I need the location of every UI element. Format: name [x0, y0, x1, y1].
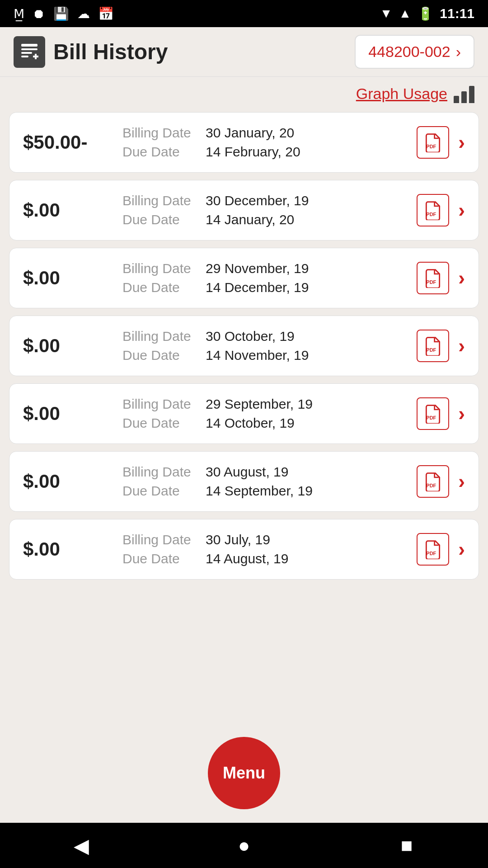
due-value-2: 14 January, 20 [206, 212, 294, 227]
header-left: Bill History [14, 36, 168, 68]
bill-actions-4: PDF › [417, 330, 465, 362]
pdf-button-1[interactable]: PDF [417, 126, 449, 159]
due-date-row-6: Due Date 14 September, 19 [122, 483, 408, 499]
svg-text:PDF: PDF [427, 144, 436, 149]
svg-rect-3 [21, 56, 28, 57]
graph-usage-link[interactable]: Graph Usage [356, 85, 447, 103]
app-header: Bill History 448200-002 › [0, 27, 488, 77]
chevron-right-7: › [458, 538, 465, 561]
svg-rect-2 [21, 52, 32, 54]
chevron-right-5: › [458, 402, 465, 425]
billing-label-3: Billing Date [122, 261, 199, 276]
svg-text:PDF: PDF [427, 483, 436, 488]
due-label-3: Due Date [122, 280, 199, 295]
bar1 [454, 96, 459, 103]
bill-actions-7: PDF › [417, 533, 465, 566]
due-date-row-2: Due Date 14 January, 20 [122, 212, 408, 227]
due-label-5: Due Date [122, 415, 199, 431]
due-label-6: Due Date [122, 483, 199, 499]
menu-button[interactable]: Menu [208, 737, 280, 809]
pdf-button-2[interactable]: PDF [417, 194, 449, 226]
status-icons-left: M̲ ⏺ 💾 ☁ 📅 [14, 6, 114, 21]
bill-row-4[interactable]: $.00 Billing Date 30 October, 19 Due Dat… [9, 316, 479, 376]
bill-actions-2: PDF › [417, 194, 465, 226]
chevron-right-3: › [458, 267, 465, 289]
bill-amount-7: $.00 [23, 538, 113, 560]
bill-history-icon [14, 36, 45, 68]
pdf-button-4[interactable]: PDF [417, 330, 449, 362]
menu-container: Menu [0, 728, 488, 823]
bill-dates-4: Billing Date 30 October, 19 Due Date 14 … [113, 329, 417, 363]
due-label-2: Due Date [122, 212, 199, 227]
chevron-right-1: › [458, 131, 465, 154]
bill-dates-3: Billing Date 29 November, 19 Due Date 14… [113, 261, 417, 295]
status-bar: M̲ ⏺ 💾 ☁ 📅 ▼ ▲ 🔋 11:11 [0, 0, 488, 27]
bar2 [461, 91, 467, 103]
account-number-button[interactable]: 448200-002 › [355, 35, 474, 69]
home-button[interactable]: ● [226, 832, 262, 859]
billing-date-row-5: Billing Date 29 September, 19 [122, 396, 408, 412]
svg-rect-0 [21, 44, 38, 47]
bill-amount-4: $.00 [23, 335, 113, 357]
due-date-row-3: Due Date 14 December, 19 [122, 280, 408, 295]
svg-rect-1 [21, 48, 38, 50]
cloud-icon: ☁ [77, 6, 90, 21]
due-date-row-4: Due Date 14 November, 19 [122, 348, 408, 363]
bill-amount-2: $.00 [23, 199, 113, 221]
billing-date-row-6: Billing Date 30 August, 19 [122, 464, 408, 480]
due-label-1: Due Date [122, 144, 199, 160]
billing-value-6: 30 August, 19 [206, 464, 289, 480]
bill-dates-5: Billing Date 29 September, 19 Due Date 1… [113, 396, 417, 431]
bill-actions-1: PDF › [417, 126, 465, 159]
svg-text:PDF: PDF [427, 551, 436, 556]
bill-row-7[interactable]: $.00 Billing Date 30 July, 19 Due Date 1… [9, 519, 479, 580]
billing-label-5: Billing Date [122, 396, 199, 412]
bill-row-5[interactable]: $.00 Billing Date 29 September, 19 Due D… [9, 383, 479, 444]
billing-date-row-1: Billing Date 30 January, 20 [122, 125, 408, 141]
billing-label-7: Billing Date [122, 532, 199, 547]
bill-actions-3: PDF › [417, 262, 465, 294]
chevron-right-4: › [458, 335, 465, 357]
pdf-button-7[interactable]: PDF [417, 533, 449, 566]
svg-text:PDF: PDF [427, 279, 436, 285]
pdf-button-3[interactable]: PDF [417, 262, 449, 294]
due-date-row-5: Due Date 14 October, 19 [122, 415, 408, 431]
bill-row-6[interactable]: $.00 Billing Date 30 August, 19 Due Date… [9, 451, 479, 512]
svg-text:PDF: PDF [427, 347, 436, 353]
bill-amount-3: $.00 [23, 267, 113, 289]
bill-row-2[interactable]: $.00 Billing Date 30 December, 19 Due Da… [9, 180, 479, 241]
bar-chart-icon [454, 84, 474, 103]
signal-icon: ▲ [399, 6, 412, 21]
due-value-6: 14 September, 19 [206, 483, 313, 499]
wifi-icon: ▼ [380, 6, 393, 21]
back-button[interactable]: ◀ [63, 832, 99, 859]
account-arrow-icon: › [456, 43, 461, 61]
billing-date-row-2: Billing Date 30 December, 19 [122, 193, 408, 208]
due-value-7: 14 August, 19 [206, 551, 289, 566]
billing-label-2: Billing Date [122, 193, 199, 208]
gmail-icon: M̲ [14, 6, 24, 21]
bill-dates-6: Billing Date 30 August, 19 Due Date 14 S… [113, 464, 417, 499]
billing-date-row-3: Billing Date 29 November, 19 [122, 261, 408, 276]
billing-value-1: 30 January, 20 [206, 125, 294, 141]
billing-date-row-7: Billing Date 30 July, 19 [122, 532, 408, 547]
billing-label-4: Billing Date [122, 329, 199, 344]
recent-apps-button[interactable]: ■ [389, 832, 425, 859]
billing-label-1: Billing Date [122, 125, 199, 141]
page-title: Bill History [53, 39, 168, 64]
due-value-5: 14 October, 19 [206, 415, 295, 431]
bills-list: $50.00- Billing Date 30 January, 20 Due … [0, 108, 488, 728]
bill-dates-7: Billing Date 30 July, 19 Due Date 14 Aug… [113, 532, 417, 566]
record-icon: ⏺ [33, 6, 45, 21]
pdf-button-6[interactable]: PDF [417, 465, 449, 498]
status-time: 11:11 [440, 6, 474, 21]
bill-actions-6: PDF › [417, 465, 465, 498]
chevron-right-2: › [458, 199, 465, 222]
billing-label-6: Billing Date [122, 464, 199, 480]
due-date-row-1: Due Date 14 February, 20 [122, 144, 408, 160]
bill-row-1[interactable]: $50.00- Billing Date 30 January, 20 Due … [9, 112, 479, 173]
bill-row-3[interactable]: $.00 Billing Date 29 November, 19 Due Da… [9, 248, 479, 308]
pdf-button-5[interactable]: PDF [417, 397, 449, 430]
bill-dates-2: Billing Date 30 December, 19 Due Date 14… [113, 193, 417, 227]
save-icon: 💾 [53, 6, 69, 21]
